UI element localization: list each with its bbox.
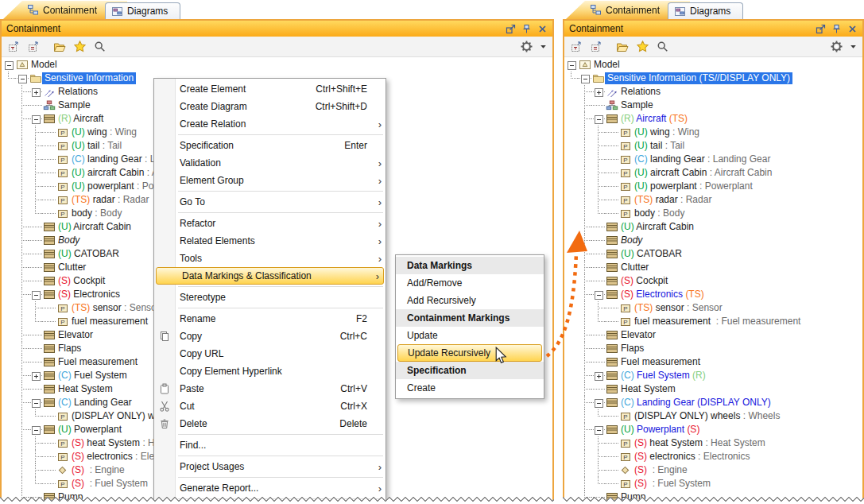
favorites-icon[interactable] [636,41,649,53]
expand-toggle[interactable] [581,75,590,83]
expand-toggle[interactable] [32,426,41,435]
menu-item-create-element[interactable]: Create ElementCtrl+Shift+E [154,80,386,98]
tree-row[interactable]: Relations [564,85,862,99]
menu-item-add-remove[interactable]: Add/Remove [396,274,544,292]
menu-item-element-group[interactable]: Element Group› [154,172,386,189]
open-diagram-icon[interactable] [616,41,629,53]
tree-row[interactable]: P(S) electronics : Electronics [564,450,862,463]
expand-toggle[interactable] [18,75,27,83]
pin-icon[interactable] [521,24,532,34]
search-icon[interactable] [656,41,668,53]
tree-row[interactable]: Sensitive Information (TS//DISPLAY ONLY) [564,72,862,85]
tree-row[interactable]: Model [564,58,862,72]
collapse-all-icon[interactable] [570,41,583,53]
menu-item-tools[interactable]: Tools› [154,250,386,267]
tree-row[interactable]: Body [564,234,862,247]
menu-item-delete[interactable]: DeleteDelete [154,415,386,432]
search-icon[interactable] [93,41,106,53]
tree-row[interactable]: (S) : Engine [564,463,862,477]
collapse-selected-icon[interactable] [27,41,40,53]
menu-item-add-recursively[interactable]: Add Recursively [396,292,544,309]
expand-toggle[interactable] [595,115,603,124]
menu-item-cut[interactable]: CutCtrl+X [154,397,386,415]
tree-row[interactable]: P(TS) radar : Radar [564,193,862,207]
expand-toggle[interactable] [595,291,603,300]
tree-row[interactable]: P(S) : Fuel System [564,477,862,490]
expand-toggle[interactable] [5,61,14,70]
tree-row[interactable]: P(TS) sensor : Sensor [564,301,862,315]
menu-item-copy[interactable]: CopyCtrl+C [154,328,386,345]
expand-toggle[interactable] [595,426,603,435]
pin-icon[interactable] [831,24,842,34]
float-window-icon[interactable] [506,24,516,34]
menu-item-refactor[interactable]: Refactor› [154,215,386,232]
tree-row[interactable]: (C) Fuel System (R) [564,369,862,382]
tree-row[interactable]: Model [2,58,552,72]
tree-row[interactable]: Sample [564,99,862,112]
tree-row[interactable]: P(U) wing : Wing [564,126,862,139]
tree-row[interactable]: P(U) powerplant : Powerplant [564,180,862,193]
tree-row[interactable]: Fuel measurement [564,355,862,369]
tree-row[interactable]: Elevator [564,328,862,342]
close-icon[interactable] [847,24,858,34]
menu-item-rename[interactable]: RenameF2 [154,310,386,328]
expand-toggle[interactable] [32,115,41,124]
menu-item-stereotype[interactable]: Stereotype [154,289,386,306]
caret-down-icon[interactable] [540,41,547,53]
tree-row[interactable]: P(DISPLAY ONLY) wheels : Wheels [564,409,862,423]
tree-row[interactable]: Clutter [564,261,862,274]
menu-item-generate-report[interactable]: Generate Report...› [154,479,386,497]
menu-item-create-diagram[interactable]: Create DiagramCtrl+Shift+D [154,98,386,115]
menu-item-go-to[interactable]: Go To› [154,193,386,211]
favorites-icon[interactable] [73,41,86,53]
collapse-selected-icon[interactable] [590,41,602,53]
menu-item-update-recursively[interactable]: Update Recursively [397,344,542,362]
tree-row[interactable]: P(C) landing Gear : Landing Gear [564,153,862,166]
tree-row[interactable]: Heat System [564,382,862,396]
menu-item-create-relation[interactable]: Create Relation› [154,115,386,133]
tree-row[interactable]: Pbody : Body [564,207,862,220]
tree-row[interactable]: (R) Aircraft (TS) [564,112,862,126]
tree-row[interactable]: Flaps [564,342,862,355]
expand-toggle[interactable] [32,88,41,97]
menu-item-related-elements[interactable]: Related Elements› [154,232,386,250]
menu-item-copy-url[interactable]: Copy URL [154,345,386,362]
expand-toggle[interactable] [595,372,603,381]
tree-row[interactable]: (U) Aircraft Cabin [564,220,862,234]
tree-row[interactable]: (S) Electronics (TS) [564,288,862,301]
menu-item-data-markings-classification[interactable]: Data Markings & Classification› [156,267,384,285]
tree-row[interactable]: (U) Powerplant (S) [564,423,862,436]
tree-row[interactable]: Pump [564,490,862,502]
tree-row[interactable]: (U) CATOBAR [564,247,862,261]
tab-diagrams[interactable]: Diagrams [105,2,180,19]
expand-toggle[interactable] [32,399,41,408]
menu-item-simulation[interactable]: Simulation› [154,501,386,504]
expand-toggle[interactable] [32,291,41,300]
tree-row[interactable]: (C) Landing Gear (DISPLAY ONLY) [564,396,862,409]
expand-toggle[interactable] [595,399,603,408]
tree-row[interactable]: (S) Cockpit [564,274,862,288]
caret-down-icon[interactable] [850,41,857,53]
menu-item-validation[interactable]: Validation› [154,154,386,172]
menu-item-create[interactable]: Create [396,379,544,397]
expand-toggle[interactable] [595,88,603,97]
menu-item-project-usages[interactable]: Project Usages› [154,458,386,475]
menu-item-copy-element-hyperlink[interactable]: Copy Element Hyperlink [154,362,386,380]
settings-gear-icon[interactable] [520,41,533,53]
tree-row[interactable]: P(U) aircraft Cabin : Aircraft Cabin [564,166,862,180]
collapse-all-icon[interactable] [7,41,20,53]
tab-diagrams[interactable]: Diagrams [668,2,743,19]
tree-row[interactable]: P(S) heat System : Heat System [564,436,862,450]
tree-row[interactable]: Pfuel measurement : Fuel measurement [564,315,862,328]
settings-gear-icon[interactable] [830,41,843,53]
float-window-icon[interactable] [816,24,826,34]
menu-item-update[interactable]: Update [396,327,544,344]
tree-row[interactable]: P(U) tail : Tail [564,139,862,153]
expand-toggle[interactable] [32,372,41,381]
menu-item-specification[interactable]: SpecificationEnter [154,137,386,154]
close-icon[interactable] [537,24,548,34]
menu-item-find[interactable]: Find... [154,436,386,454]
expand-toggle[interactable] [568,61,576,70]
menu-item-paste[interactable]: PasteCtrl+V [154,380,386,397]
open-diagram-icon[interactable] [53,41,66,53]
